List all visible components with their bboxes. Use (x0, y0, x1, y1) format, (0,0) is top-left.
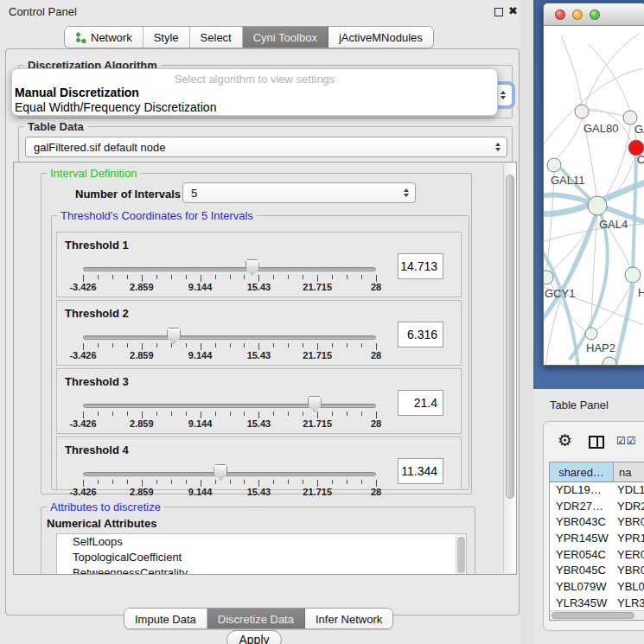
scrollbar-thumb[interactable] (552, 612, 634, 619)
slider-thumb[interactable] (308, 396, 322, 412)
slider-tick-label: 2.859 (116, 487, 168, 497)
network-edge[interactable] (589, 111, 623, 116)
network-view-window[interactable]: GAL80GACGAL11GAL4GCY1HHAP2 (543, 3, 644, 366)
node-label: GAL80 (583, 122, 618, 135)
slider-track[interactable] (83, 404, 376, 408)
slider-tick (273, 343, 274, 348)
combo-stepper-icon (501, 85, 506, 105)
network-node-gal11[interactable] (547, 158, 561, 172)
slider-tick-label: 15.43 (233, 487, 284, 497)
network-edge-thick[interactable] (633, 156, 636, 274)
slider-tick (83, 343, 84, 350)
numerical-attributes-list[interactable]: SelfLoopsTopologicalCoefficientBetweenne… (56, 533, 467, 575)
network-node-gal80[interactable] (575, 105, 589, 118)
attribute-list-item[interactable]: TopologicalCoefficient (57, 550, 466, 565)
attributes-title: Attributes to discretize (47, 501, 164, 513)
panel-divider[interactable] (520, 0, 533, 644)
zoom-traffic-light-icon[interactable] (590, 10, 600, 20)
table-data-group: Table Data galFiltered.sif default node (18, 126, 513, 163)
slider-tick (215, 480, 216, 484)
gear-icon[interactable]: ⚙ (558, 430, 572, 450)
close-icon[interactable]: ✖ (508, 4, 518, 17)
attribute-browser-panel: ⚙ ☑☑ shared… na YDL19…YDL1YDR27…YDR2YBR0… (543, 421, 644, 631)
table-data-title: Table Data (24, 120, 87, 133)
threshold-value-field[interactable]: 11.344 (398, 458, 443, 484)
tab-label: Select (201, 31, 232, 44)
attribute-list-item[interactable]: BetweennessCentrality (57, 565, 466, 575)
column-checkboxes-icon[interactable]: ☑☑ (616, 435, 637, 447)
tab-infer-network[interactable]: Infer Network (305, 609, 392, 629)
threshold-value-field[interactable]: 21.4 (398, 390, 443, 416)
slider-tick (127, 411, 128, 416)
network-node[interactable] (603, 357, 616, 366)
network-node-hap2[interactable] (585, 328, 597, 340)
tab-impute-data[interactable]: Impute Data (124, 609, 207, 629)
network-edge[interactable] (549, 215, 597, 272)
table-row[interactable]: YDR27…YDR2 (550, 499, 644, 515)
slider-tick (317, 275, 318, 282)
slider-tick (273, 275, 274, 279)
table-row[interactable]: YDL19…YDL1 (550, 482, 644, 499)
threshold-value-field[interactable]: 6.316 (398, 322, 443, 348)
slider-track[interactable] (83, 335, 376, 340)
table-data-combobox[interactable]: galFiltered.sif default node (25, 137, 507, 157)
network-edge[interactable] (585, 34, 639, 105)
slider-tick (230, 343, 231, 348)
slider-thumb[interactable] (167, 328, 181, 344)
network-node-gal4[interactable] (588, 196, 607, 215)
slider-tick (156, 480, 157, 484)
table-row[interactable]: YBR045CYBR0 (550, 563, 644, 579)
slider-tick (186, 275, 187, 279)
network-node-gcy1[interactable] (544, 271, 553, 284)
slider-tick (332, 411, 333, 416)
network-edge[interactable] (561, 35, 582, 105)
table-row[interactable]: YLR345WYLR3 (550, 596, 644, 612)
table-row[interactable]: YER054CYER0 (550, 547, 644, 564)
apply-button[interactable]: Apply (226, 630, 282, 644)
tab-network[interactable]: Network (65, 27, 143, 48)
horizontal-scrollbar[interactable] (550, 610, 644, 620)
attribute-list-item[interactable]: SelfLoops (57, 534, 466, 550)
cell-name: YBL0 (614, 579, 644, 596)
slider-tick (332, 343, 333, 348)
split-columns-icon[interactable] (589, 436, 604, 449)
number-of-intervals-combobox[interactable]: 5 (182, 182, 416, 203)
vertical-scrollbar[interactable] (503, 163, 516, 573)
table-body: YDL19…YDL1YDR27…YDR2YBR043CYBR0YPR145WYP… (550, 482, 644, 620)
slider-track[interactable] (83, 267, 376, 271)
tab-discretize-data[interactable]: Discretize Data (207, 609, 305, 629)
column-header-shared-name[interactable]: shared… (550, 462, 614, 481)
column-header-name[interactable]: na (614, 462, 644, 481)
tab-cyni-toolbox[interactable]: Cyni Toolbox (243, 27, 328, 48)
network-edge-thick[interactable] (615, 284, 633, 366)
table-row[interactable]: YBL079WYBL0 (550, 579, 644, 596)
number-of-intervals-value: 5 (191, 187, 197, 200)
slider-tick (201, 275, 201, 282)
network-canvas[interactable]: GAL80GACGAL11GAL4GCY1HHAP2 (544, 27, 644, 366)
table-row[interactable]: YPR145WYPR1 (550, 531, 644, 547)
slider-tick (317, 343, 318, 350)
close-traffic-light-icon[interactable] (555, 10, 565, 20)
network-edge[interactable] (546, 172, 554, 271)
network-window-titlebar[interactable] (544, 3, 644, 26)
slider-tick (376, 343, 377, 350)
slider-thumb[interactable] (214, 464, 227, 481)
tab-select[interactable]: Select (190, 27, 243, 48)
slider-track[interactable] (83, 472, 376, 476)
network-node-h[interactable] (625, 267, 641, 283)
cell-name: YLR3 (614, 596, 644, 612)
popup-option-manual-discretization[interactable]: Manual Discretization (15, 86, 139, 99)
tab-style[interactable]: Style (143, 27, 190, 48)
minimize-traffic-light-icon[interactable] (572, 10, 583, 20)
slider-tick-label: 21.715 (291, 418, 343, 429)
tab-jactivemnodules[interactable]: jActiveMNodules (328, 27, 433, 48)
threshold-value-field[interactable]: 14.713 (398, 253, 443, 279)
float-window-icon[interactable] (494, 8, 503, 16)
popup-option-equal-width-frequency[interactable]: Equal Width/Frequency Discretization (15, 100, 216, 114)
table-row[interactable]: YBR043CYBR0 (550, 514, 644, 531)
scrollbar-thumb[interactable] (457, 537, 465, 573)
slider-thumb[interactable] (245, 259, 259, 276)
list-scrollbar[interactable] (456, 534, 466, 575)
slider-tick (215, 275, 216, 279)
scrollbar-thumb[interactable] (506, 175, 514, 499)
